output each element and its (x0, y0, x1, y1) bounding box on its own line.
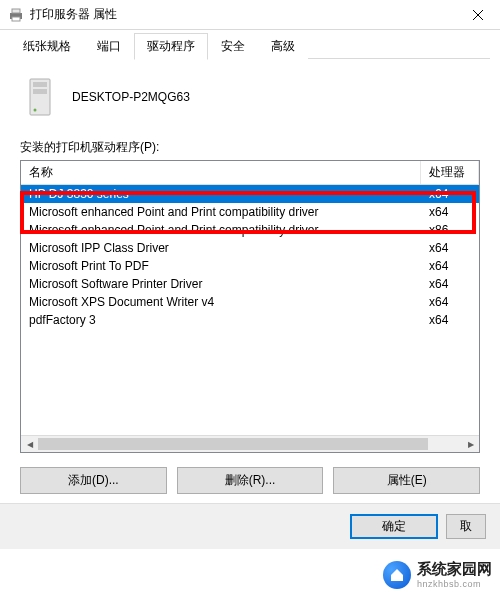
scroll-right-button[interactable]: ▶ (462, 436, 479, 452)
driver-processor: x64 (421, 186, 479, 202)
driver-name: HP DJ 3830 series (21, 186, 421, 202)
printer-icon (8, 7, 24, 23)
driver-name: Microsoft Software Printer Driver (21, 276, 421, 292)
svg-rect-4 (33, 82, 47, 87)
driver-name: Microsoft Print To PDF (21, 258, 421, 274)
driver-row[interactable]: Microsoft Software Printer Driverx64 (21, 275, 479, 293)
driver-name: Microsoft enhanced Point and Print compa… (21, 222, 421, 238)
remove-button[interactable]: 删除(R)... (177, 467, 324, 494)
watermark-text: 系统家园网 (417, 560, 492, 579)
driver-row[interactable]: Microsoft Print To PDFx64 (21, 257, 479, 275)
tab-2[interactable]: 驱动程序 (134, 33, 208, 60)
driver-name: Microsoft enhanced Point and Print compa… (21, 204, 421, 220)
scroll-left-button[interactable]: ◀ (21, 436, 38, 452)
driver-processor: x64 (421, 276, 479, 292)
column-name[interactable]: 名称 (21, 161, 421, 184)
close-button[interactable] (455, 0, 500, 30)
driver-row[interactable]: Microsoft enhanced Point and Print compa… (21, 221, 479, 239)
server-name: DESKTOP-P2MQG63 (72, 90, 190, 104)
titlebar: 打印服务器 属性 (0, 0, 500, 30)
server-icon (24, 77, 56, 117)
add-button[interactable]: 添加(D)... (20, 467, 167, 494)
watermark-url: hnzkhbsb.com (417, 579, 492, 589)
driver-processor: x86 (421, 222, 479, 238)
list-header: 名称 处理器 (21, 161, 479, 185)
driver-processor: x64 (421, 240, 479, 256)
driver-row[interactable]: Microsoft IPP Class Driverx64 (21, 239, 479, 257)
driver-processor: x64 (421, 258, 479, 274)
driver-list: 名称 处理器 HP DJ 3830 seriesx64Microsoft enh… (20, 160, 480, 453)
driver-row[interactable]: Microsoft enhanced Point and Print compa… (21, 203, 479, 221)
properties-button[interactable]: 属性(E) (333, 467, 480, 494)
horizontal-scrollbar[interactable]: ◀ ▶ (21, 435, 479, 452)
watermark: 系统家园网 hnzkhbsb.com (379, 558, 496, 591)
driver-name: Microsoft IPP Class Driver (21, 240, 421, 256)
section-label: 安装的打印机驱动程序(P): (20, 139, 480, 156)
driver-row[interactable]: HP DJ 3830 seriesx64 (21, 185, 479, 203)
svg-rect-2 (12, 17, 20, 21)
tab-1[interactable]: 端口 (84, 33, 134, 59)
ok-button[interactable]: 确定 (350, 514, 438, 539)
driver-processor: x64 (421, 312, 479, 328)
driver-row[interactable]: pdfFactory 3x64 (21, 311, 479, 329)
svg-point-6 (34, 109, 37, 112)
scroll-thumb[interactable] (38, 438, 428, 450)
driver-name: Microsoft XPS Document Writer v4 (21, 294, 421, 310)
driver-name: pdfFactory 3 (21, 312, 421, 328)
column-processor[interactable]: 处理器 (421, 161, 479, 184)
driver-row[interactable]: Microsoft XPS Document Writer v4x64 (21, 293, 479, 311)
driver-processor: x64 (421, 204, 479, 220)
driver-processor: x64 (421, 294, 479, 310)
svg-rect-5 (33, 89, 47, 94)
server-row: DESKTOP-P2MQG63 (24, 77, 480, 117)
tab-4[interactable]: 高级 (258, 33, 308, 59)
tab-3[interactable]: 安全 (208, 33, 258, 59)
tab-0[interactable]: 纸张规格 (10, 33, 84, 59)
dialog-button-bar: 确定 取 (0, 503, 500, 549)
list-body[interactable]: HP DJ 3830 seriesx64Microsoft enhanced P… (21, 185, 479, 435)
watermark-logo-icon (383, 561, 411, 589)
tab-strip: 纸张规格端口驱动程序安全高级 (0, 30, 500, 59)
svg-rect-1 (12, 9, 20, 13)
window-title: 打印服务器 属性 (30, 6, 455, 23)
cancel-button[interactable]: 取 (446, 514, 486, 539)
